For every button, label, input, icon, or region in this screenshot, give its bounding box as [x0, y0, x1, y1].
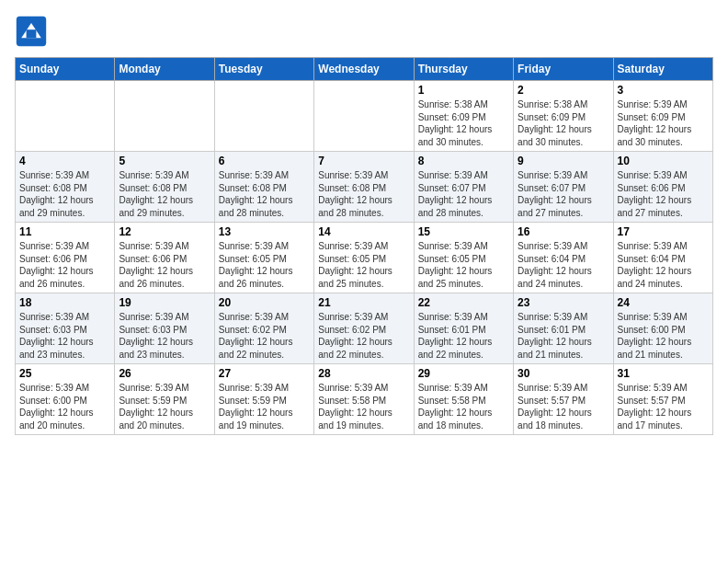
day-number: 14: [318, 225, 409, 238]
day-number: 1: [418, 84, 509, 97]
day-number: 9: [518, 155, 609, 167]
day-number: 17: [618, 225, 709, 238]
calendar-cell: 7Sunrise: 5:39 AMSunset: 6:08 PMDaylight…: [314, 152, 414, 223]
svg-rect-2: [27, 29, 37, 38]
calendar-cell: 16Sunrise: 5:39 AMSunset: 6:04 PMDayligh…: [514, 223, 613, 293]
column-header-saturday: Saturday: [613, 58, 712, 81]
day-info: Sunrise: 5:39 AMSunset: 6:04 PMDaylight:…: [518, 240, 609, 290]
day-info: Sunrise: 5:39 AMSunset: 6:04 PMDaylight:…: [618, 240, 709, 290]
day-info: Sunrise: 5:38 AMSunset: 6:09 PMDaylight:…: [418, 98, 509, 148]
day-info: Sunrise: 5:39 AMSunset: 6:03 PMDaylight:…: [119, 311, 210, 361]
calendar-cell: 20Sunrise: 5:39 AMSunset: 6:02 PMDayligh…: [214, 293, 313, 364]
column-header-monday: Monday: [115, 58, 214, 81]
day-number: 18: [19, 296, 110, 309]
day-number: 4: [19, 155, 110, 167]
day-info: Sunrise: 5:39 AMSunset: 6:00 PMDaylight:…: [19, 382, 110, 431]
calendar-header-row: SundayMondayTuesdayWednesdayThursdayFrid…: [16, 58, 713, 81]
calendar-cell: [16, 81, 115, 152]
day-info: Sunrise: 5:39 AMSunset: 6:01 PMDaylight:…: [418, 311, 509, 361]
day-number: 27: [219, 367, 310, 380]
calendar-week-5: 25Sunrise: 5:39 AMSunset: 6:00 PMDayligh…: [16, 364, 713, 435]
day-info: Sunrise: 5:39 AMSunset: 6:05 PMDaylight:…: [418, 240, 509, 290]
day-number: 24: [618, 296, 709, 309]
calendar-cell: [115, 81, 214, 152]
day-info: Sunrise: 5:39 AMSunset: 6:06 PMDaylight:…: [618, 169, 709, 219]
day-info: Sunrise: 5:39 AMSunset: 6:08 PMDaylight:…: [318, 169, 409, 219]
calendar-cell: 9Sunrise: 5:39 AMSunset: 6:07 PMDaylight…: [514, 152, 613, 223]
day-number: 10: [618, 155, 709, 167]
calendar-cell: 30Sunrise: 5:39 AMSunset: 5:57 PMDayligh…: [514, 364, 613, 435]
day-info: Sunrise: 5:39 AMSunset: 6:09 PMDaylight:…: [618, 98, 709, 148]
calendar-cell: 18Sunrise: 5:39 AMSunset: 6:03 PMDayligh…: [16, 293, 115, 364]
day-info: Sunrise: 5:39 AMSunset: 6:00 PMDaylight:…: [618, 311, 709, 361]
day-number: 25: [19, 367, 110, 380]
column-header-thursday: Thursday: [414, 58, 513, 81]
column-header-friday: Friday: [514, 58, 613, 81]
calendar-cell: 24Sunrise: 5:39 AMSunset: 6:00 PMDayligh…: [613, 293, 712, 364]
calendar-cell: 21Sunrise: 5:39 AMSunset: 6:02 PMDayligh…: [314, 293, 414, 364]
day-number: 3: [618, 84, 709, 97]
day-number: 13: [219, 225, 310, 238]
calendar-cell: 29Sunrise: 5:39 AMSunset: 5:58 PMDayligh…: [414, 364, 513, 435]
calendar-cell: 15Sunrise: 5:39 AMSunset: 6:05 PMDayligh…: [414, 223, 513, 293]
day-number: 2: [518, 84, 609, 97]
day-info: Sunrise: 5:39 AMSunset: 5:57 PMDaylight:…: [518, 382, 609, 431]
column-header-sunday: Sunday: [16, 58, 115, 81]
day-info: Sunrise: 5:39 AMSunset: 6:06 PMDaylight:…: [19, 240, 110, 290]
day-info: Sunrise: 5:39 AMSunset: 6:02 PMDaylight:…: [318, 311, 409, 361]
calendar-cell: 25Sunrise: 5:39 AMSunset: 6:00 PMDayligh…: [16, 364, 115, 435]
day-info: Sunrise: 5:39 AMSunset: 5:58 PMDaylight:…: [418, 382, 509, 431]
calendar-week-2: 4Sunrise: 5:39 AMSunset: 6:08 PMDaylight…: [16, 152, 713, 223]
calendar-cell: 23Sunrise: 5:39 AMSunset: 6:01 PMDayligh…: [514, 293, 613, 364]
calendar-week-3: 11Sunrise: 5:39 AMSunset: 6:06 PMDayligh…: [16, 223, 713, 293]
day-number: 21: [318, 296, 409, 309]
day-info: Sunrise: 5:39 AMSunset: 5:59 PMDaylight:…: [119, 382, 210, 431]
day-number: 20: [219, 296, 310, 309]
day-number: 19: [119, 296, 210, 309]
day-info: Sunrise: 5:38 AMSunset: 6:09 PMDaylight:…: [518, 98, 609, 148]
day-number: 11: [19, 225, 110, 238]
calendar-cell: 11Sunrise: 5:39 AMSunset: 6:06 PMDayligh…: [16, 223, 115, 293]
day-info: Sunrise: 5:39 AMSunset: 5:59 PMDaylight:…: [219, 382, 310, 431]
day-number: 22: [418, 296, 509, 309]
day-number: 8: [418, 155, 509, 167]
calendar-cell: 31Sunrise: 5:39 AMSunset: 5:57 PMDayligh…: [613, 364, 712, 435]
calendar-cell: 19Sunrise: 5:39 AMSunset: 6:03 PMDayligh…: [115, 293, 214, 364]
calendar-week-4: 18Sunrise: 5:39 AMSunset: 6:03 PMDayligh…: [16, 293, 713, 364]
calendar-week-1: 1Sunrise: 5:38 AMSunset: 6:09 PMDaylight…: [16, 81, 713, 152]
calendar-cell: 3Sunrise: 5:39 AMSunset: 6:09 PMDaylight…: [613, 81, 712, 152]
day-info: Sunrise: 5:39 AMSunset: 6:05 PMDaylight:…: [318, 240, 409, 290]
calendar-cell: 12Sunrise: 5:39 AMSunset: 6:06 PMDayligh…: [115, 223, 214, 293]
column-header-wednesday: Wednesday: [314, 58, 414, 81]
day-info: Sunrise: 5:39 AMSunset: 6:08 PMDaylight:…: [219, 169, 310, 219]
day-info: Sunrise: 5:39 AMSunset: 6:07 PMDaylight:…: [418, 169, 509, 219]
calendar-cell: 26Sunrise: 5:39 AMSunset: 5:59 PMDayligh…: [115, 364, 214, 435]
day-number: 23: [518, 296, 609, 309]
calendar-cell: 17Sunrise: 5:39 AMSunset: 6:04 PMDayligh…: [613, 223, 712, 293]
day-number: 15: [418, 225, 509, 238]
calendar-cell: 10Sunrise: 5:39 AMSunset: 6:06 PMDayligh…: [613, 152, 712, 223]
calendar-cell: 4Sunrise: 5:39 AMSunset: 6:08 PMDaylight…: [16, 152, 115, 223]
day-number: 7: [318, 155, 409, 167]
calendar-cell: 14Sunrise: 5:39 AMSunset: 6:05 PMDayligh…: [314, 223, 414, 293]
day-info: Sunrise: 5:39 AMSunset: 6:06 PMDaylight:…: [119, 240, 210, 290]
calendar-cell: 8Sunrise: 5:39 AMSunset: 6:07 PMDaylight…: [414, 152, 513, 223]
calendar-cell: 13Sunrise: 5:39 AMSunset: 6:05 PMDayligh…: [214, 223, 313, 293]
calendar-cell: [214, 81, 313, 152]
calendar-table: SundayMondayTuesdayWednesdayThursdayFrid…: [15, 57, 713, 435]
calendar-cell: 6Sunrise: 5:39 AMSunset: 6:08 PMDaylight…: [214, 152, 313, 223]
day-number: 30: [518, 367, 609, 380]
calendar-cell: 2Sunrise: 5:38 AMSunset: 6:09 PMDaylight…: [514, 81, 613, 152]
day-number: 16: [518, 225, 609, 238]
calendar-cell: 28Sunrise: 5:39 AMSunset: 5:58 PMDayligh…: [314, 364, 414, 435]
day-number: 5: [119, 155, 210, 167]
day-number: 31: [618, 367, 709, 380]
page-header: [15, 15, 713, 48]
calendar-cell: 27Sunrise: 5:39 AMSunset: 5:59 PMDayligh…: [214, 364, 313, 435]
day-info: Sunrise: 5:39 AMSunset: 6:07 PMDaylight:…: [518, 169, 609, 219]
day-info: Sunrise: 5:39 AMSunset: 6:03 PMDaylight:…: [19, 311, 110, 361]
day-number: 6: [219, 155, 310, 167]
day-number: 26: [119, 367, 210, 380]
day-info: Sunrise: 5:39 AMSunset: 6:08 PMDaylight:…: [19, 169, 110, 219]
logo: [15, 15, 51, 48]
